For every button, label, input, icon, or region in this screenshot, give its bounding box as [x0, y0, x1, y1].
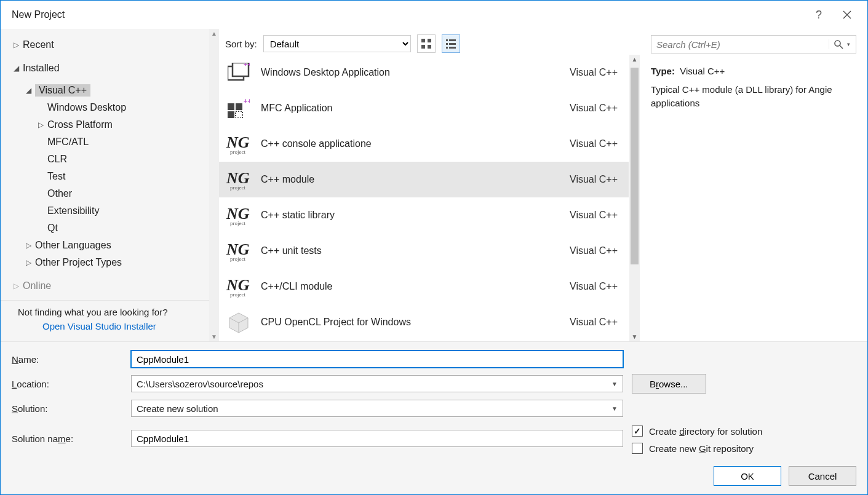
browse-button[interactable]: Browse... [632, 374, 706, 394]
scroll-track[interactable] [629, 64, 640, 332]
template-icon: NGproject [226, 239, 251, 263]
open-installer-link[interactable]: Open Visual Studio Installer [42, 321, 208, 331]
close-button[interactable] [833, 1, 861, 29]
svg-rect-3 [428, 45, 431, 49]
scroll-thumb[interactable] [631, 68, 639, 264]
tree-item-other-languages[interactable]: ▷ Other Languages [1, 237, 219, 254]
template-row[interactable]: ++Windows Desktop ApplicationVisual C++ [219, 55, 629, 90]
template-description: Type: Visual C++ Typical C++ module (a D… [651, 65, 856, 109]
create-directory-checkbox[interactable]: ✓ Create directory for solution [632, 426, 856, 437]
tree-item-recent[interactable]: ▷ Recent [1, 36, 219, 53]
left-scrollbar[interactable]: ▲ ▼ [209, 29, 219, 341]
tree-item[interactable]: Other [1, 185, 219, 202]
svg-text:project: project [230, 184, 245, 191]
location-combo[interactable]: C:\Users\sozerov\source\repos ▼ [131, 375, 623, 392]
template-row[interactable]: NGprojectC++/CLI moduleVisual C++ [219, 269, 629, 304]
svg-rect-5 [449, 39, 456, 41]
tree-item[interactable]: Windows Desktop [1, 99, 219, 116]
tree-item[interactable]: MFC/ATL [1, 133, 219, 151]
details-panel: ▾ Type: Visual C++ Typical C++ module (a… [640, 29, 867, 341]
template-icon: NGproject [226, 274, 251, 299]
scroll-down-icon: ▼ [632, 332, 638, 341]
view-tiles-button[interactable] [417, 34, 436, 53]
svg-rect-13 [228, 103, 234, 110]
template-row[interactable]: NGprojectC++ console applicationeVisual … [219, 126, 629, 162]
svg-rect-0 [421, 39, 425, 42]
template-language: Visual C++ [570, 138, 618, 149]
svg-text:project: project [230, 220, 245, 226]
tiles-icon [421, 38, 432, 49]
tree-item[interactable]: ▷Cross Platform [1, 116, 219, 133]
solution-value: Create new solution [137, 403, 218, 414]
checkbox-group: ✓ Create directory for solution Create n… [632, 423, 856, 454]
tree-item-installed[interactable]: ◢ Installed [1, 60, 219, 77]
view-list-button[interactable] [442, 34, 460, 53]
template-language: Visual C++ [570, 245, 618, 256]
template-row[interactable]: CPU OpenCL Project for WindowsVisual C++ [219, 304, 629, 340]
sort-by-label: Sort by: [225, 39, 257, 49]
svg-rect-7 [449, 43, 456, 45]
template-row[interactable]: NGprojectC++ static libraryVisual C++ [219, 197, 629, 233]
tree-item[interactable]: CLR [1, 151, 219, 168]
search-icon[interactable] [829, 39, 847, 49]
cancel-button[interactable]: Cancel [789, 466, 856, 486]
create-git-checkbox[interactable]: Create new Git repository [632, 443, 856, 454]
svg-rect-1 [428, 39, 431, 42]
expand-icon: ▷ [24, 258, 33, 267]
template-scrollbar[interactable]: ▲ ▼ [629, 55, 640, 341]
left-footer: Not finding what you are looking for? Op… [1, 300, 219, 341]
svg-rect-6 [446, 43, 448, 45]
checkbox-unchecked-icon [632, 443, 643, 454]
solution-name-input[interactable] [131, 430, 623, 447]
tree-item-other-project-types[interactable]: ▷ Other Project Types [1, 254, 219, 271]
template-icon: NGproject [226, 132, 251, 156]
search-dropdown-icon[interactable]: ▾ [847, 41, 856, 47]
not-finding-label: Not finding what you are looking for? [18, 307, 208, 317]
tree-item-visual-cpp[interactable]: ◢ Visual C++ [1, 82, 219, 99]
list-icon [445, 38, 456, 49]
category-panel: ▷ Recent ◢ Installed ◢ Visual C++ Window… [1, 29, 219, 341]
template-icon: NGproject [226, 203, 251, 228]
search-input[interactable] [651, 37, 829, 52]
name-input[interactable] [131, 350, 623, 368]
tree-item[interactable]: Qt [1, 220, 219, 237]
type-label: Type: [651, 66, 675, 76]
collapse-icon: ◢ [12, 64, 20, 73]
svg-rect-16 [236, 111, 242, 118]
location-label: Location: [12, 379, 122, 389]
tree-item-online[interactable]: ▷ Online [1, 277, 219, 295]
template-language: Visual C++ [570, 67, 618, 78]
chevron-down-icon: ▼ [611, 381, 618, 387]
sort-by-select[interactable]: Default [263, 35, 411, 52]
category-tree: ▷ Recent ◢ Installed ◢ Visual C++ Window… [1, 29, 219, 300]
template-name: C++ static library [261, 210, 570, 221]
close-icon [843, 10, 851, 19]
collapse-icon: ◢ [24, 86, 33, 95]
template-panel: Sort by: Default ++Windows Desktop Appli… [219, 29, 640, 341]
tree-item[interactable]: Test [1, 168, 219, 185]
expand-icon: ▷ [12, 41, 20, 49]
solution-label: Solution: [12, 403, 122, 414]
template-row[interactable]: ++MFC ApplicationVisual C++ [219, 90, 629, 126]
svg-point-30 [835, 41, 840, 46]
tree-item[interactable]: Extensibility [1, 202, 219, 220]
svg-text:++: ++ [244, 98, 250, 105]
expand-icon: ▷ [12, 282, 20, 290]
solution-combo[interactable]: Create new solution ▼ [131, 400, 623, 417]
template-language: Visual C++ [570, 317, 618, 328]
template-icon: ++ [226, 60, 251, 85]
help-button[interactable]: ? [805, 1, 833, 29]
scroll-up-icon: ▲ [632, 55, 638, 64]
checkbox-checked-icon: ✓ [632, 426, 643, 437]
template-name: MFC Application [261, 103, 570, 114]
template-icon [226, 310, 251, 335]
bottom-panel: Name: Location: C:\Users\sozerov\source\… [1, 341, 867, 494]
ok-button[interactable]: OK [714, 466, 781, 486]
svg-rect-8 [446, 47, 448, 49]
template-name: C++ console applicatione [261, 138, 570, 149]
search-box[interactable]: ▾ [651, 35, 856, 53]
template-language: Visual C++ [570, 174, 618, 185]
template-row[interactable]: NGprojectC++ unit testsVisual C++ [219, 233, 629, 269]
template-name: C++ module [261, 174, 570, 185]
template-row[interactable]: NGprojectC++ moduleVisual C++ [219, 162, 629, 197]
